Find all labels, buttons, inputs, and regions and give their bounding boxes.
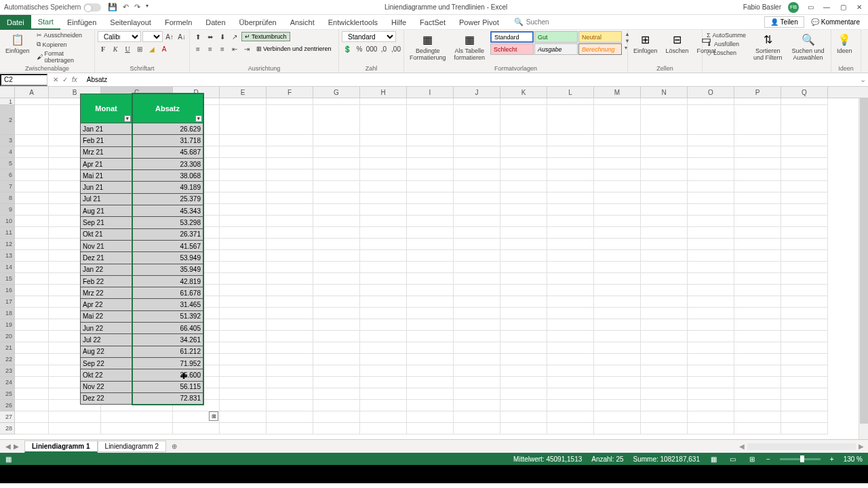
- cell-N1[interactable]: [641, 98, 688, 105]
- cell-G23[interactable]: [313, 365, 360, 377]
- cell-M1[interactable]: [594, 98, 641, 105]
- col-header-E[interactable]: E: [220, 87, 267, 98]
- maximize-icon[interactable]: ▢: [838, 3, 848, 12]
- align-center-button[interactable]: ≡: [205, 43, 216, 54]
- cell-N28[interactable]: [641, 423, 688, 434]
- tab-daten[interactable]: Daten: [199, 15, 232, 30]
- cell-E11[interactable]: [220, 227, 267, 239]
- view-normal-icon[interactable]: ▦: [709, 454, 719, 464]
- cell-N5[interactable]: [641, 158, 688, 169]
- table-cell-value[interactable]: 26.371: [132, 229, 203, 241]
- cell-N13[interactable]: [641, 250, 688, 262]
- cell-O5[interactable]: [688, 158, 734, 169]
- cell-H7[interactable]: [360, 181, 407, 192]
- cell-J21[interactable]: [454, 342, 500, 354]
- tab-ansicht[interactable]: Ansicht: [283, 15, 321, 30]
- table-cell-month[interactable]: Dez 21: [80, 252, 132, 264]
- table-row[interactable]: Aug 2261.212: [80, 346, 203, 358]
- cell-F22[interactable]: [267, 354, 313, 365]
- row-header-17[interactable]: 17: [0, 296, 14, 308]
- row-header-25[interactable]: 25: [0, 388, 14, 400]
- cell-G13[interactable]: [313, 250, 360, 262]
- cell-A6[interactable]: [15, 169, 49, 181]
- cell-I24[interactable]: [407, 377, 454, 388]
- cell-L5[interactable]: [547, 158, 594, 169]
- cell-C27[interactable]: [101, 411, 173, 423]
- cell-H27[interactable]: [360, 411, 407, 423]
- row-header-7[interactable]: 7: [0, 181, 14, 192]
- cell-M6[interactable]: [594, 169, 641, 181]
- cell-M28[interactable]: [594, 423, 641, 434]
- cell-L10[interactable]: [547, 216, 594, 227]
- cell-P5[interactable]: [734, 158, 781, 169]
- table-cell-month[interactable]: Mrz 22: [80, 287, 132, 299]
- cell-L7[interactable]: [547, 181, 594, 192]
- row-header-6[interactable]: 6: [0, 169, 14, 181]
- underline-button[interactable]: U: [122, 43, 133, 54]
- filter-monat-button[interactable]: ▾: [124, 115, 131, 122]
- cell-P21[interactable]: [734, 342, 781, 354]
- cell-I17[interactable]: [407, 296, 454, 308]
- scrollbar-thumb[interactable]: [860, 98, 868, 424]
- format-painter-button[interactable]: 🖌Format übertragen: [35, 49, 92, 64]
- cell-Q19[interactable]: [781, 319, 828, 331]
- cell-F3[interactable]: [267, 135, 313, 146]
- cell-G12[interactable]: [313, 239, 360, 250]
- cell-F14[interactable]: [267, 262, 313, 273]
- cell-F28[interactable]: [267, 423, 313, 434]
- cell-A11[interactable]: [15, 227, 49, 239]
- table-header-monat[interactable]: Monat ▾: [80, 94, 132, 123]
- cell-M17[interactable]: [594, 296, 641, 308]
- cell-M10[interactable]: [594, 216, 641, 227]
- cell-J14[interactable]: [454, 262, 500, 273]
- conditional-formatting-button[interactable]: ▦ Bedingte Formatierung: [407, 31, 449, 62]
- cell-J19[interactable]: [454, 319, 500, 331]
- table-row[interactable]: Mai 2251.392: [80, 311, 203, 323]
- row-header-10[interactable]: 10: [0, 216, 14, 227]
- cell-E21[interactable]: [220, 342, 267, 354]
- table-row[interactable]: Apr 2231.465: [80, 299, 203, 310]
- sheet-tab-1[interactable]: Liniendiagramm 1: [24, 441, 98, 453]
- number-format-select[interactable]: Standard: [342, 31, 396, 42]
- cell-J8[interactable]: [454, 192, 500, 204]
- table-cell-month[interactable]: Dez 22: [80, 393, 132, 405]
- clear-button[interactable]: ◇Löschen: [705, 49, 747, 57]
- cell-L20[interactable]: [547, 331, 594, 342]
- row-header-22[interactable]: 22: [0, 354, 14, 365]
- cell-G5[interactable]: [313, 158, 360, 169]
- cell-M14[interactable]: [594, 262, 641, 273]
- cell-E15[interactable]: [220, 273, 267, 285]
- cell-N16[interactable]: [641, 285, 688, 296]
- cell-H20[interactable]: [360, 331, 407, 342]
- spreadsheet-grid[interactable]: 1234567891011121314151617181920212223242…: [0, 87, 868, 439]
- cell-L2[interactable]: [547, 105, 594, 135]
- cell-M12[interactable]: [594, 239, 641, 250]
- row-header-14[interactable]: 14: [0, 262, 14, 273]
- col-header-A[interactable]: A: [15, 87, 49, 98]
- cell-I10[interactable]: [407, 216, 454, 227]
- cell-F18[interactable]: [267, 308, 313, 319]
- sheet-prev-icon[interactable]: ◀: [5, 443, 11, 450]
- cell-E5[interactable]: [220, 158, 267, 169]
- cell-K14[interactable]: [500, 262, 547, 273]
- cell-K20[interactable]: [500, 331, 547, 342]
- cell-G10[interactable]: [313, 216, 360, 227]
- cell-A22[interactable]: [15, 354, 49, 365]
- cell-P22[interactable]: [734, 354, 781, 365]
- row-header-20[interactable]: 20: [0, 331, 14, 342]
- table-row[interactable]: Jun 2149.189: [80, 182, 203, 193]
- cell-Q10[interactable]: [781, 216, 828, 227]
- zoom-value[interactable]: 130 %: [844, 455, 863, 463]
- cell-E6[interactable]: [220, 169, 267, 181]
- cell-L27[interactable]: [547, 411, 594, 423]
- table-row[interactable]: Okt 2235.600: [80, 369, 203, 381]
- cell-J25[interactable]: [454, 388, 500, 400]
- cell-O4[interactable]: [688, 146, 734, 158]
- cell-P7[interactable]: [734, 181, 781, 192]
- cell-P3[interactable]: [734, 135, 781, 146]
- cell-N22[interactable]: [641, 354, 688, 365]
- cell-L18[interactable]: [547, 308, 594, 319]
- cell-H26[interactable]: [360, 400, 407, 411]
- cell-J13[interactable]: [454, 250, 500, 262]
- cell-E1[interactable]: [220, 98, 267, 105]
